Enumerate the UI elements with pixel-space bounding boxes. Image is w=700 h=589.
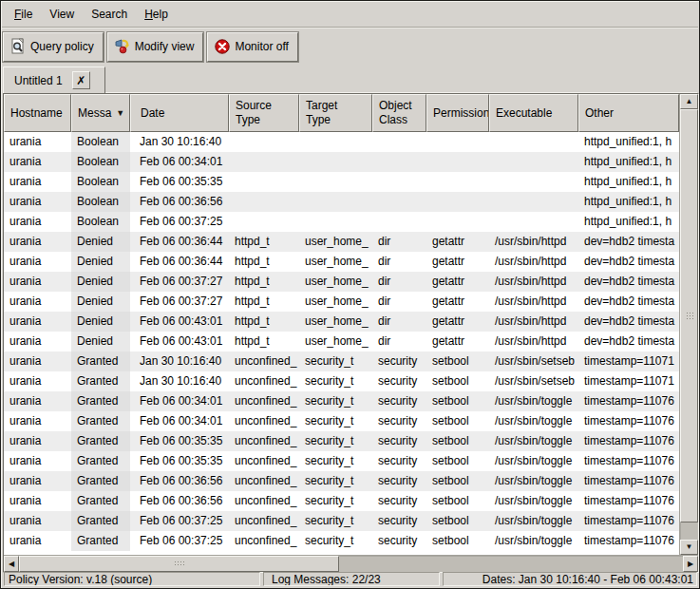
column-header-date[interactable]: Date bbox=[130, 94, 229, 132]
scroll-down-button[interactable]: ▼ bbox=[680, 540, 698, 555]
cell-hostname: urania bbox=[4, 491, 71, 511]
cell-source-type: unconfined_ bbox=[229, 352, 299, 371]
table-row[interactable]: uraniaBooleanFeb 06 00:35:35httpd_unifie… bbox=[4, 172, 679, 192]
cell-other: timestamp=11076 bbox=[578, 471, 679, 491]
scroll-up-button[interactable]: ▲ bbox=[680, 94, 698, 109]
cell-other: timestamp=11076 bbox=[578, 391, 679, 411]
cell-source-type: httpd_t bbox=[229, 252, 299, 272]
menu-search[interactable]: Search bbox=[83, 5, 136, 24]
cell-other: httpd_unified:1, h bbox=[578, 172, 679, 192]
button-label: Monitor off bbox=[235, 40, 288, 53]
table-row[interactable]: uraniaGrantedFeb 06 00:34:01unconfined_s… bbox=[4, 391, 679, 411]
tab-untitled-1[interactable]: Untitled 1 ✗ bbox=[3, 66, 105, 93]
cell-hostname: urania bbox=[4, 531, 71, 551]
cell-permission bbox=[426, 212, 489, 232]
scroll-right-button[interactable]: ▶ bbox=[683, 556, 698, 572]
table-row[interactable]: uraniaGrantedFeb 06 00:35:35unconfined_s… bbox=[4, 431, 679, 451]
cell-executable bbox=[489, 212, 578, 232]
menu-help[interactable]: Help bbox=[136, 5, 177, 24]
table-row[interactable]: uraniaDeniedFeb 06 00:43:01httpd_tuser_h… bbox=[4, 312, 679, 332]
modify-view-icon bbox=[114, 38, 131, 55]
cell-date: Feb 06 00:34:01 bbox=[130, 411, 229, 431]
dates-status: Dates: Jan 30 10:16:40 - Feb 06 00:43:01 bbox=[443, 572, 697, 586]
scrollbar-grip-icon bbox=[174, 560, 184, 567]
cell-target-type: user_home_ bbox=[299, 312, 372, 332]
tab-close-button[interactable]: ✗ bbox=[72, 71, 90, 89]
cell-source-type bbox=[229, 192, 299, 212]
cell-executable bbox=[489, 172, 578, 192]
horizontal-scroll-track[interactable] bbox=[19, 556, 683, 572]
menu-file[interactable]: File bbox=[6, 5, 41, 24]
column-header-permission[interactable]: Permission bbox=[426, 94, 489, 132]
cell-executable: /usr/sbin/toggle bbox=[489, 411, 578, 431]
scroll-left-button[interactable]: ◀ bbox=[4, 556, 19, 572]
cell-object-class: security bbox=[372, 511, 426, 531]
modify-view-button[interactable]: Modify view bbox=[107, 32, 204, 62]
cell-object-class: security bbox=[372, 411, 426, 431]
column-header-label: Hostname bbox=[10, 106, 63, 121]
cell-message: Granted bbox=[71, 511, 130, 531]
table-row[interactable]: uraniaDeniedFeb 06 00:36:44httpd_tuser_h… bbox=[4, 252, 679, 272]
tab-bar: Untitled 1 ✗ bbox=[3, 64, 697, 93]
cell-executable: /usr/sbin/httpd bbox=[489, 252, 578, 272]
table-row[interactable]: uraniaGrantedFeb 06 00:35:35unconfined_s… bbox=[4, 451, 679, 471]
horizontal-scrollbar[interactable]: ◀ ▶ bbox=[4, 555, 698, 572]
cell-object-class: security bbox=[372, 471, 426, 491]
cell-date: Jan 30 10:16:40 bbox=[130, 132, 229, 152]
column-header-executable[interactable]: Executable bbox=[489, 94, 578, 132]
horizontal-scroll-thumb[interactable] bbox=[19, 556, 339, 572]
button-label: Modify view bbox=[135, 40, 195, 53]
cell-source-type: unconfined_ bbox=[229, 451, 299, 471]
cell-target-type: security_t bbox=[299, 352, 372, 371]
table-row[interactable]: uraniaGrantedFeb 06 00:37:25unconfined_s… bbox=[4, 531, 679, 551]
table-row[interactable]: uraniaDeniedFeb 06 00:37:27httpd_tuser_h… bbox=[4, 292, 679, 312]
monitor-off-button[interactable]: Monitor off bbox=[207, 32, 297, 62]
table-row[interactable]: uraniaDeniedFeb 06 00:36:44httpd_tuser_h… bbox=[4, 232, 679, 252]
cell-date: Feb 06 00:34:01 bbox=[130, 391, 229, 411]
table-row[interactable]: uraniaGrantedFeb 06 00:36:56unconfined_s… bbox=[4, 491, 679, 511]
column-header-source-type[interactable]: Source Type bbox=[229, 94, 299, 132]
column-header-label: Permission bbox=[433, 106, 489, 121]
table-row[interactable]: uraniaGrantedFeb 06 00:37:25unconfined_s… bbox=[4, 511, 679, 531]
cell-target-type: user_home_ bbox=[299, 272, 372, 292]
column-header-object-class[interactable]: Object Class bbox=[372, 94, 426, 132]
cell-message: Granted bbox=[71, 491, 130, 511]
table-row[interactable]: uraniaBooleanFeb 06 00:36:56httpd_unifie… bbox=[4, 192, 679, 212]
cell-hostname: urania bbox=[4, 152, 71, 172]
table-row[interactable]: uraniaGrantedFeb 06 00:36:56unconfined_s… bbox=[4, 471, 679, 491]
cell-object-class: dir bbox=[372, 332, 426, 352]
vertical-scroll-thumb[interactable] bbox=[680, 109, 698, 522]
table-row[interactable]: uraniaBooleanJan 30 10:16:40httpd_unifie… bbox=[4, 132, 679, 152]
cell-hostname: urania bbox=[4, 391, 71, 411]
table-row[interactable]: uraniaDeniedFeb 06 00:37:27httpd_tuser_h… bbox=[4, 272, 679, 292]
vertical-scroll-track[interactable] bbox=[680, 109, 698, 540]
table-row[interactable]: uraniaGrantedJan 30 10:16:40unconfined_s… bbox=[4, 371, 679, 391]
log-messages-text: Log Messages: 22/23 bbox=[272, 573, 381, 586]
cell-hostname: urania bbox=[4, 371, 71, 391]
cell-message: Denied bbox=[71, 252, 130, 272]
cell-target-type: security_t bbox=[299, 391, 372, 411]
cell-other: timestamp=11071 bbox=[578, 352, 679, 371]
column-header-target-type[interactable]: Target Type bbox=[299, 94, 372, 132]
column-header-hostname[interactable]: Hostname bbox=[4, 94, 71, 132]
query-policy-button[interactable]: Query policy bbox=[3, 32, 104, 62]
cell-object-class bbox=[372, 212, 426, 232]
cell-message: Granted bbox=[71, 352, 130, 371]
table-row[interactable]: uraniaGrantedFeb 06 00:34:01unconfined_s… bbox=[4, 411, 679, 431]
table-body: uraniaBooleanJan 30 10:16:40httpd_unifie… bbox=[4, 132, 679, 555]
cell-permission: setbool bbox=[426, 471, 489, 491]
cell-source-type: unconfined_ bbox=[229, 391, 299, 411]
cell-hostname: urania bbox=[4, 431, 71, 451]
table-row[interactable]: uraniaBooleanFeb 06 00:37:25httpd_unifie… bbox=[4, 212, 679, 232]
cell-hostname: urania bbox=[4, 232, 71, 252]
cell-hostname: urania bbox=[4, 172, 71, 192]
cell-source-type: httpd_t bbox=[229, 272, 299, 292]
column-header-message[interactable]: Messa▼ bbox=[71, 94, 130, 132]
column-header-other[interactable]: Other bbox=[578, 94, 679, 132]
cell-permission: setbool bbox=[426, 431, 489, 451]
table-row[interactable]: uraniaBooleanFeb 06 00:34:01httpd_unifie… bbox=[4, 152, 679, 172]
table-row[interactable]: uraniaGrantedJan 30 10:16:40unconfined_s… bbox=[4, 352, 679, 371]
vertical-scrollbar[interactable]: ▲ ▼ bbox=[679, 94, 698, 555]
menu-view[interactable]: View bbox=[41, 5, 83, 24]
table-row[interactable]: uraniaDeniedFeb 06 00:43:01httpd_tuser_h… bbox=[4, 332, 679, 352]
